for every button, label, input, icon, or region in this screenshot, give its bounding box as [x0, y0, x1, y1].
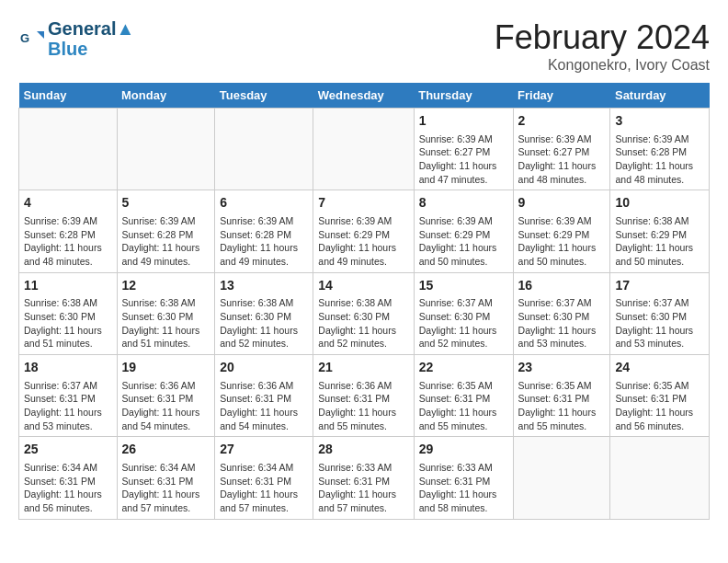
day-info: Sunrise: 6:39 AM Sunset: 6:28 PM Dayligh… [122, 214, 210, 269]
day-info: Sunrise: 6:36 AM Sunset: 6:31 PM Dayligh… [318, 379, 408, 433]
day-info: Sunrise: 6:39 AM Sunset: 6:29 PM Dayligh… [318, 214, 408, 269]
day-info: Sunrise: 6:39 AM Sunset: 6:28 PM Dayligh… [220, 214, 308, 269]
calendar-cell: 9Sunrise: 6:39 AM Sunset: 6:29 PM Daylig… [513, 190, 610, 272]
svg-text:G: G [20, 31, 29, 45]
day-number: 20 [220, 359, 308, 377]
day-number: 10 [615, 194, 704, 213]
page-header: G General▲ Blue February 2024 Kongonekro… [18, 18, 710, 74]
day-number: 13 [220, 277, 308, 295]
weekday-header-tuesday: Tuesday [215, 83, 313, 109]
day-info: Sunrise: 6:38 AM Sunset: 6:30 PM Dayligh… [220, 296, 308, 350]
calendar-cell: 6Sunrise: 6:39 AM Sunset: 6:28 PM Daylig… [215, 190, 313, 272]
calendar-cell: 7Sunrise: 6:39 AM Sunset: 6:29 PM Daylig… [313, 190, 414, 272]
calendar-cell: 11Sunrise: 6:38 AM Sunset: 6:30 PM Dayli… [19, 272, 118, 354]
day-info: Sunrise: 6:39 AM Sunset: 6:28 PM Dayligh… [615, 132, 704, 187]
day-info: Sunrise: 6:39 AM Sunset: 6:29 PM Dayligh… [419, 214, 508, 269]
day-info: Sunrise: 6:33 AM Sunset: 6:31 PM Dayligh… [419, 461, 508, 515]
calendar-cell [117, 109, 215, 190]
day-number: 28 [318, 441, 408, 459]
day-info: Sunrise: 6:36 AM Sunset: 6:31 PM Dayligh… [220, 379, 308, 433]
logo: G General▲ Blue [18, 18, 134, 59]
calendar-cell: 20Sunrise: 6:36 AM Sunset: 6:31 PM Dayli… [215, 355, 313, 437]
day-info: Sunrise: 6:37 AM Sunset: 6:30 PM Dayligh… [518, 296, 606, 350]
day-number: 24 [615, 359, 704, 377]
calendar-cell [513, 437, 610, 519]
day-number: 1 [419, 112, 508, 131]
weekday-header-monday: Monday [117, 83, 215, 109]
day-info: Sunrise: 6:37 AM Sunset: 6:30 PM Dayligh… [615, 296, 704, 350]
day-info: Sunrise: 6:39 AM Sunset: 6:27 PM Dayligh… [419, 132, 508, 187]
week-row-1: 1Sunrise: 6:39 AM Sunset: 6:27 PM Daylig… [19, 109, 710, 190]
calendar-cell: 4Sunrise: 6:39 AM Sunset: 6:28 PM Daylig… [19, 190, 118, 272]
day-number: 21 [318, 359, 408, 377]
day-info: Sunrise: 6:37 AM Sunset: 6:31 PM Dayligh… [24, 379, 112, 433]
day-number: 9 [518, 194, 606, 213]
day-number: 16 [518, 277, 606, 295]
day-info: Sunrise: 6:35 AM Sunset: 6:31 PM Dayligh… [419, 379, 508, 433]
week-row-2: 4Sunrise: 6:39 AM Sunset: 6:28 PM Daylig… [19, 190, 710, 272]
calendar-cell [313, 109, 414, 190]
day-number: 11 [24, 277, 112, 295]
day-number: 18 [24, 359, 112, 377]
day-info: Sunrise: 6:39 AM Sunset: 6:27 PM Dayligh… [518, 132, 606, 187]
day-number: 22 [419, 359, 508, 377]
weekday-header-wednesday: Wednesday [313, 83, 414, 109]
calendar-table: SundayMondayTuesdayWednesdayThursdayFrid… [18, 83, 710, 520]
calendar-cell: 3Sunrise: 6:39 AM Sunset: 6:28 PM Daylig… [610, 109, 710, 190]
calendar-cell: 19Sunrise: 6:36 AM Sunset: 6:31 PM Dayli… [117, 355, 215, 437]
day-number: 3 [615, 112, 704, 131]
calendar-cell: 22Sunrise: 6:35 AM Sunset: 6:31 PM Dayli… [414, 355, 513, 437]
day-info: Sunrise: 6:33 AM Sunset: 6:31 PM Dayligh… [318, 461, 408, 515]
day-number: 25 [24, 441, 112, 459]
calendar-cell: 12Sunrise: 6:38 AM Sunset: 6:30 PM Dayli… [117, 272, 215, 354]
day-info: Sunrise: 6:38 AM Sunset: 6:30 PM Dayligh… [122, 296, 210, 350]
calendar-cell: 25Sunrise: 6:34 AM Sunset: 6:31 PM Dayli… [19, 437, 118, 519]
day-number: 17 [615, 277, 704, 295]
calendar-cell: 21Sunrise: 6:36 AM Sunset: 6:31 PM Dayli… [313, 355, 414, 437]
page-subtitle: Kongonekro, Ivory Coast [495, 57, 710, 74]
day-info: Sunrise: 6:39 AM Sunset: 6:28 PM Dayligh… [24, 214, 112, 269]
calendar-cell: 13Sunrise: 6:38 AM Sunset: 6:30 PM Dayli… [215, 272, 313, 354]
calendar-cell [215, 109, 313, 190]
day-info: Sunrise: 6:38 AM Sunset: 6:30 PM Dayligh… [24, 296, 112, 350]
day-number: 29 [419, 441, 508, 459]
weekday-header-sunday: Sunday [19, 83, 118, 109]
calendar-cell: 8Sunrise: 6:39 AM Sunset: 6:29 PM Daylig… [414, 190, 513, 272]
week-row-5: 25Sunrise: 6:34 AM Sunset: 6:31 PM Dayli… [19, 437, 710, 519]
day-number: 14 [318, 277, 408, 295]
day-number: 26 [122, 441, 210, 459]
page-title: February 2024 [495, 18, 710, 57]
calendar-cell: 5Sunrise: 6:39 AM Sunset: 6:28 PM Daylig… [117, 190, 215, 272]
calendar-cell: 27Sunrise: 6:34 AM Sunset: 6:31 PM Dayli… [215, 437, 313, 519]
day-info: Sunrise: 6:39 AM Sunset: 6:29 PM Dayligh… [518, 214, 606, 269]
calendar-cell: 14Sunrise: 6:38 AM Sunset: 6:30 PM Dayli… [313, 272, 414, 354]
logo-text: General▲ Blue [48, 18, 134, 59]
title-block: February 2024 Kongonekro, Ivory Coast [495, 18, 710, 74]
week-row-4: 18Sunrise: 6:37 AM Sunset: 6:31 PM Dayli… [19, 355, 710, 437]
day-number: 8 [419, 194, 508, 213]
calendar-cell [610, 437, 710, 519]
calendar-cell: 2Sunrise: 6:39 AM Sunset: 6:27 PM Daylig… [513, 109, 610, 190]
day-info: Sunrise: 6:35 AM Sunset: 6:31 PM Dayligh… [615, 379, 704, 433]
day-info: Sunrise: 6:36 AM Sunset: 6:31 PM Dayligh… [122, 379, 210, 433]
day-number: 27 [220, 441, 308, 459]
calendar-cell: 29Sunrise: 6:33 AM Sunset: 6:31 PM Dayli… [414, 437, 513, 519]
calendar-cell: 10Sunrise: 6:38 AM Sunset: 6:29 PM Dayli… [610, 190, 710, 272]
calendar-cell: 23Sunrise: 6:35 AM Sunset: 6:31 PM Dayli… [513, 355, 610, 437]
day-info: Sunrise: 6:35 AM Sunset: 6:31 PM Dayligh… [518, 379, 606, 433]
weekday-header-thursday: Thursday [414, 83, 513, 109]
logo-icon: G [18, 26, 44, 52]
calendar-cell: 1Sunrise: 6:39 AM Sunset: 6:27 PM Daylig… [414, 109, 513, 190]
calendar-cell: 26Sunrise: 6:34 AM Sunset: 6:31 PM Dayli… [117, 437, 215, 519]
day-number: 7 [318, 194, 408, 213]
day-info: Sunrise: 6:37 AM Sunset: 6:30 PM Dayligh… [419, 296, 508, 350]
day-number: 19 [122, 359, 210, 377]
day-number: 4 [24, 194, 112, 213]
day-info: Sunrise: 6:38 AM Sunset: 6:29 PM Dayligh… [615, 214, 704, 269]
weekday-header-friday: Friday [513, 83, 610, 109]
calendar-cell: 16Sunrise: 6:37 AM Sunset: 6:30 PM Dayli… [513, 272, 610, 354]
calendar-cell: 18Sunrise: 6:37 AM Sunset: 6:31 PM Dayli… [19, 355, 118, 437]
day-info: Sunrise: 6:34 AM Sunset: 6:31 PM Dayligh… [24, 461, 112, 515]
day-number: 12 [122, 277, 210, 295]
day-number: 5 [122, 194, 210, 213]
